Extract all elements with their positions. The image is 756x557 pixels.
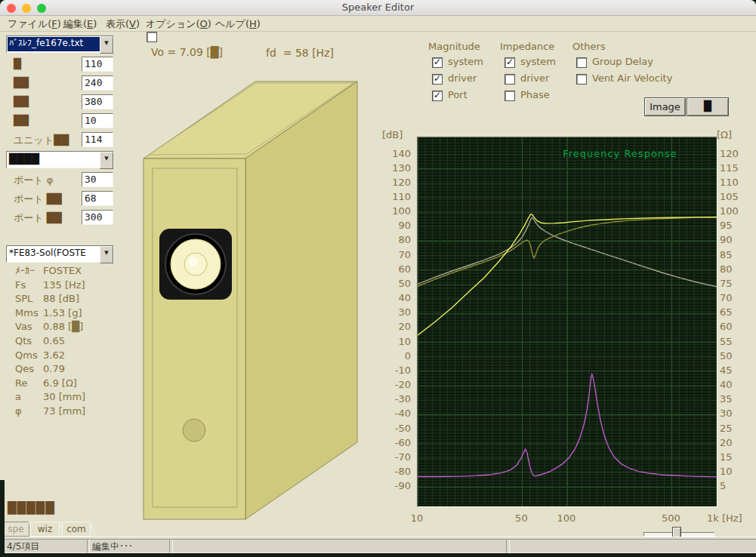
y-right-tick: 45	[720, 365, 733, 376]
chevron-down-icon[interactable]: ▼	[100, 246, 113, 263]
checkbox-magnitude-system[interactable]: ✓	[432, 57, 443, 68]
port-field-input-2[interactable]: 300	[82, 210, 113, 225]
port-field-label-2: ポート ██	[14, 211, 62, 225]
y-left-tick: -20	[376, 379, 411, 390]
y-right-tick: 80	[720, 263, 733, 275]
spec-value-3: 1.53 [g]	[43, 307, 82, 319]
y-left-tick: -70	[376, 451, 411, 463]
y-right-tick: 70	[720, 292, 733, 303]
checkbox-label: Port	[448, 89, 467, 100]
y-left-axis-unit: [dB]	[382, 129, 403, 140]
y-right-tick: 90	[720, 234, 733, 245]
x-tick: 500	[659, 512, 683, 524]
y-right-tick: 115	[720, 162, 739, 174]
menu-item-F[interactable]: ファイル(F)	[8, 17, 61, 31]
y-right-tick: 20	[720, 437, 733, 448]
box-field-input-0[interactable]: 110	[82, 57, 113, 72]
spec-value-6: 3.62	[43, 349, 65, 361]
y-right-axis-unit: [Ω]	[717, 129, 732, 140]
y-left-tick: -10	[376, 365, 411, 376]
title-bar[interactable]: Speaker Editor	[0, 0, 756, 16]
file-select-value: ﾊﾞｽﾚﾌ_fe167e.txt	[8, 37, 100, 51]
status-section-1: 編集中･･･	[87, 539, 173, 553]
driver-highlight	[189, 257, 198, 266]
port-field-input-1[interactable]: 68	[82, 191, 113, 206]
box-field-label-2: ██	[14, 96, 29, 107]
top-checkbox[interactable]	[147, 32, 157, 42]
spec-name-5: Qts	[15, 335, 42, 346]
spec-value-7: 0.79	[43, 363, 65, 374]
checkbox-magnitude-port[interactable]: ✓	[432, 91, 443, 101]
spec-value-1: 135 [Hz]	[43, 279, 85, 291]
checkbox-impedance-driver[interactable]	[505, 74, 515, 85]
checkbox-label: driver	[520, 72, 549, 84]
chevron-down-icon[interactable]: ▼	[100, 36, 113, 54]
menu-item-E[interactable]: 編集(E)	[63, 17, 97, 31]
box-type-select-value: ████	[8, 152, 100, 167]
y-left-tick: 70	[376, 249, 411, 260]
y-right-tick: 60	[720, 321, 733, 332]
x-tick: 100	[554, 512, 579, 524]
menu-item-H[interactable]: ヘルプ(H)	[215, 17, 261, 31]
chart-title: Frequency Response	[563, 148, 677, 159]
y-right-tick: 100	[720, 205, 739, 217]
image-button[interactable]: Image	[644, 97, 686, 116]
status-section-2	[169, 539, 510, 553]
box-field-label-0: █	[14, 58, 21, 69]
y-left-tick: 100	[376, 205, 411, 217]
tab-wiz[interactable]: wiz	[30, 522, 60, 537]
driver-select[interactable]: *FE83-Sol(FOSTE ▼	[6, 245, 114, 263]
spec-value-10: 73 [mm]	[43, 405, 85, 417]
y-right-tick: 35	[720, 393, 733, 405]
port-field-input-0[interactable]: 30	[82, 172, 113, 187]
chevron-down-icon[interactable]: ▼	[100, 152, 113, 169]
checkbox-magnitude-driver[interactable]: ✓	[432, 74, 443, 85]
box-front-face	[143, 158, 245, 519]
x-tick: 10	[405, 512, 429, 524]
menu-item-V[interactable]: 表示(V)	[106, 17, 140, 31]
spec-value-5: 0.65	[43, 335, 65, 346]
file-select[interactable]: ﾊﾞｽﾚﾌ_fe167e.txt ▼	[6, 35, 114, 53]
spec-name-6: Qms	[15, 349, 42, 361]
spec-name-0: ﾒｰｶｰ	[15, 265, 42, 276]
spec-value-2: 88 [dB]	[43, 293, 79, 304]
y-right-tick: 85	[720, 249, 733, 260]
box-field-input-4[interactable]: 114	[82, 132, 113, 147]
spec-name-9: a	[15, 391, 42, 402]
y-right-tick: 15	[720, 451, 733, 463]
y-left-tick: 20	[376, 321, 411, 332]
port-field-label-0: ポート φ	[14, 174, 53, 187]
tab-spe[interactable]: spe	[2, 522, 29, 537]
checkbox-label: Vent Air Velocity	[592, 72, 672, 84]
y-right-tick: 50	[720, 350, 733, 362]
checkbox-others-group-delay[interactable]	[576, 57, 587, 68]
y-left-tick: 110	[376, 191, 411, 202]
y-left-tick: 30	[376, 306, 411, 318]
box-field-label-1: ██	[14, 77, 29, 88]
checkbox-impedance-system[interactable]: ✓	[505, 57, 515, 68]
box-field-input-3[interactable]: 10	[82, 113, 113, 128]
box-type-select[interactable]: ████ ▼	[6, 151, 114, 168]
tab-com[interactable]: com	[62, 522, 91, 537]
window-bottom-edge	[0, 553, 756, 557]
app-window: Speaker Editor ファイル(F)編集(E)表示(V)オプション(O)…	[0, 0, 756, 557]
box-field-input-2[interactable]: 380	[82, 94, 113, 109]
status-section-0: 4/5項目	[2, 539, 90, 553]
checkbox-label: Group Delay	[592, 56, 653, 67]
checkbox-label: driver	[448, 72, 477, 84]
box-field-input-1[interactable]: 240	[82, 75, 113, 91]
speaker-enclosure-3d-view	[113, 68, 385, 528]
group-title-others: Others	[572, 41, 606, 52]
status-bar: 4/5項目編集中･･･	[0, 537, 756, 554]
menu-item-O[interactable]: オプション(O)	[146, 17, 211, 31]
y-left-tick: 40	[376, 292, 411, 303]
y-right-tick: 65	[720, 306, 733, 318]
block-button[interactable]: █	[687, 97, 729, 116]
checkbox-label: system	[520, 56, 556, 67]
y-right-tick: 5	[720, 480, 726, 491]
checkbox-impedance-phase[interactable]	[505, 91, 515, 101]
spec-name-10: φ	[15, 405, 42, 417]
spec-name-4: Vas	[15, 321, 42, 332]
checkbox-others-vent-air-velocity[interactable]	[576, 74, 587, 85]
spec-value-9: 30 [mm]	[43, 391, 85, 402]
